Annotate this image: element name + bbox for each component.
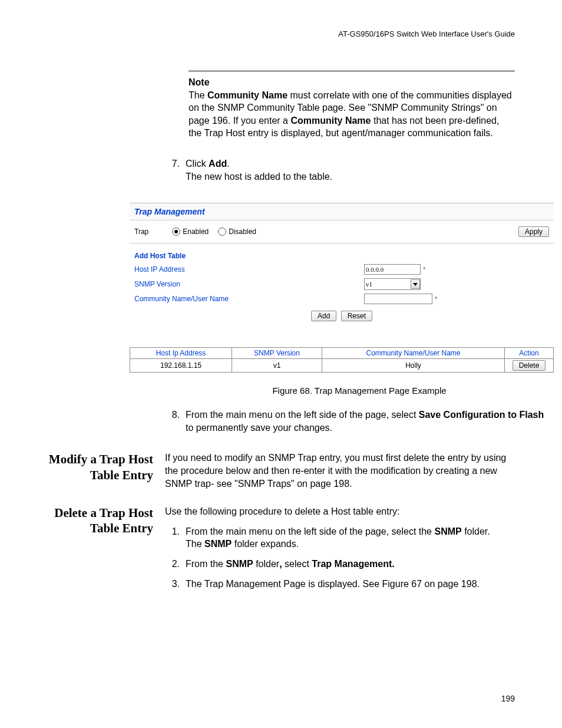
cell-snmp-version: v1 (232, 359, 322, 373)
reset-button[interactable]: Reset (341, 311, 372, 321)
delete-intro: Use the following procedure to delete a … (165, 505, 515, 518)
trap-label: Trap (134, 228, 148, 236)
figure-caption: Figure 68. Trap Management Page Example (165, 386, 554, 396)
host-table: Host Ip Address SNMP Version Community N… (130, 347, 554, 373)
snmp-version-select[interactable]: v1 (364, 278, 421, 290)
th-community: Community Name/User Name (322, 348, 505, 359)
table-row: 192.168.1.15 v1 Holly Delete (130, 359, 554, 373)
step-8: 8. From the main menu on the left side o… (165, 409, 554, 434)
add-host-heading: Add Host Table (130, 243, 554, 262)
add-button[interactable]: Add (311, 311, 336, 321)
snmp-version-label: SNMP Version (134, 280, 364, 288)
panel-title: Trap Management (134, 207, 205, 216)
step-7: 7. Click Add. The new host is added to t… (165, 157, 515, 183)
apply-button[interactable]: Apply (518, 226, 549, 237)
note-box: Note The Community Name must correlate w… (189, 71, 515, 140)
note-text: The Community Name must correlate with o… (189, 89, 515, 140)
trap-disabled-radio[interactable]: Disabled (218, 228, 256, 236)
required-icon: * (423, 266, 425, 273)
delete-step-1: 1. From the main menu on the left side o… (165, 525, 515, 551)
community-name-label: Community Name/User Name (134, 295, 364, 303)
host-ip-input[interactable] (364, 264, 421, 275)
cell-community: Holly (322, 359, 505, 373)
delete-step-3: 3. The Trap Management Page is displayed… (165, 578, 515, 591)
trap-enabled-radio[interactable]: Enabled (172, 228, 209, 236)
community-name-input[interactable] (364, 294, 432, 304)
running-header: AT-GS950/16PS Switch Web Interface User'… (47, 29, 515, 38)
host-ip-label: Host IP Address (134, 265, 364, 274)
page-number: 199 (501, 694, 515, 703)
delete-button[interactable]: Delete (513, 360, 546, 371)
th-snmp-version: SNMP Version (232, 348, 322, 359)
cell-host-ip: 192.168.1.15 (130, 359, 232, 373)
th-host-ip: Host Ip Address (130, 348, 232, 359)
trap-management-screenshot: Trap Management Trap Enabled Disab (130, 203, 554, 324)
heading-modify-trap: Modify a Trap Host Table Entry (47, 452, 153, 483)
required-icon: * (435, 295, 437, 302)
modify-trap-text: If you need to modify an SNMP Trap entry… (165, 452, 515, 490)
table-header-row: Host Ip Address SNMP Version Community N… (130, 348, 554, 359)
note-heading: Note (189, 76, 515, 89)
th-action: Action (505, 348, 554, 359)
chevron-down-icon (411, 279, 420, 289)
delete-step-2: 2. From the SNMP folder, select Trap Man… (165, 558, 515, 571)
heading-delete-trap: Delete a Trap Host Table Entry (47, 505, 153, 536)
